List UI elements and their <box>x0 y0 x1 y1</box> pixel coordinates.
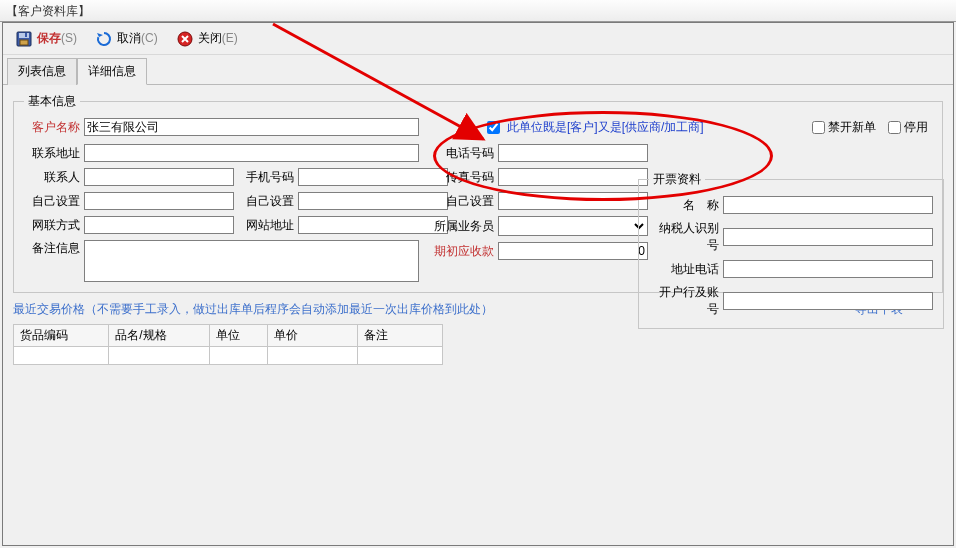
save-label: 保存(S) <box>37 30 77 47</box>
recent-price-note: 最近交易价格（不需要手工录入，做过出库单后程序会自动添加最近一次出库价格到此处） <box>13 301 493 318</box>
cancel-button[interactable]: 取消(C) <box>91 28 162 50</box>
remark-input[interactable] <box>84 240 419 282</box>
mobile-label: 手机号码 <box>238 169 294 186</box>
mobile-input[interactable] <box>298 168 448 186</box>
custom2-label: 自己设置 <box>238 193 294 210</box>
invoice-legend: 开票资料 <box>649 171 705 188</box>
inv-taxid-input[interactable] <box>723 228 933 246</box>
custom2-input[interactable] <box>298 192 448 210</box>
col-unit[interactable]: 单位 <box>209 325 267 347</box>
close-button[interactable]: 关闭(E) <box>172 28 242 50</box>
init-recv-label: 期初应收款 <box>434 243 494 260</box>
sales-select[interactable] <box>498 216 648 236</box>
basic-legend: 基本信息 <box>24 93 80 110</box>
tab-detail[interactable]: 详细信息 <box>77 58 147 85</box>
phone-label: 电话号码 <box>434 145 494 162</box>
addr-label: 联系地址 <box>24 145 80 162</box>
invoice-fieldset: 开票资料 名 称 纳税人识别号 地址电话 开户行及账号 <box>638 171 944 329</box>
toolbar: 保存(S) 取消(C) 关闭(E) <box>3 23 953 55</box>
col-code[interactable]: 货品编码 <box>14 325 109 347</box>
inv-bank-input[interactable] <box>723 292 933 310</box>
cancel-label: 取消(C) <box>117 30 158 47</box>
phone-input[interactable] <box>498 144 648 162</box>
detail-content: 基本信息 客户名称 此单位既是[客户]又是[供应商/加工商] 禁开新单 停用 联… <box>3 85 953 375</box>
inv-taxid-label: 纳税人识别号 <box>649 220 719 254</box>
netmode-input[interactable] <box>84 216 234 234</box>
custom3-input[interactable] <box>498 192 648 210</box>
tabs: 列表信息 详细信息 <box>3 55 953 85</box>
svg-rect-1 <box>19 33 29 38</box>
fax-input[interactable] <box>498 168 648 186</box>
custom1-input[interactable] <box>84 192 234 210</box>
table-header-row: 货品编码 品名/规格 单位 单价 备注 <box>14 325 443 347</box>
close-label: 关闭(E) <box>198 30 238 47</box>
undo-icon <box>95 30 113 48</box>
init-recv-input[interactable] <box>498 242 648 260</box>
table-row[interactable] <box>14 347 443 365</box>
contact-label: 联系人 <box>24 169 80 186</box>
tab-list[interactable]: 列表信息 <box>7 58 77 85</box>
netmode-label: 网联方式 <box>24 217 80 234</box>
sales-label: 所属业务员 <box>434 218 494 235</box>
suspend-check[interactable]: 停用 <box>888 119 928 136</box>
save-button[interactable]: 保存(S) <box>11 28 81 50</box>
contact-input[interactable] <box>84 168 234 186</box>
close-icon <box>176 30 194 48</box>
customer-name-input[interactable] <box>84 118 419 136</box>
disk-icon <box>15 30 33 48</box>
client-area: 保存(S) 取消(C) 关闭(E) 列表信息 详细信息 基本信息 <box>2 22 954 546</box>
custom1-label: 自己设置 <box>24 193 80 210</box>
col-remark[interactable]: 备注 <box>358 325 443 347</box>
both-role-label: 此单位既是[客户]又是[供应商/加工商] <box>507 119 704 136</box>
inv-name-label: 名 称 <box>649 197 719 214</box>
custom3-label: 自己设置 <box>434 193 494 210</box>
website-label: 网站地址 <box>238 217 294 234</box>
window-title: 【客户资料库】 <box>0 0 956 22</box>
customer-name-label: 客户名称 <box>24 119 80 136</box>
website-input[interactable] <box>298 216 448 234</box>
col-price[interactable]: 单价 <box>268 325 358 347</box>
remark-label: 备注信息 <box>24 240 80 282</box>
inv-phone-input[interactable] <box>723 260 933 278</box>
fax-label: 传真号码 <box>434 169 494 186</box>
inv-name-input[interactable] <box>723 196 933 214</box>
svg-rect-2 <box>20 40 28 45</box>
both-role-checkbox[interactable] <box>487 121 500 134</box>
price-table: 货品编码 品名/规格 单位 单价 备注 <box>13 324 443 365</box>
inv-bank-label: 开户行及账号 <box>649 284 719 318</box>
inv-phone-label: 地址电话 <box>649 261 719 278</box>
addr-input[interactable] <box>84 144 419 162</box>
no-new-check[interactable]: 禁开新单 <box>812 119 876 136</box>
col-name[interactable]: 品名/规格 <box>109 325 210 347</box>
svg-rect-3 <box>25 33 27 37</box>
